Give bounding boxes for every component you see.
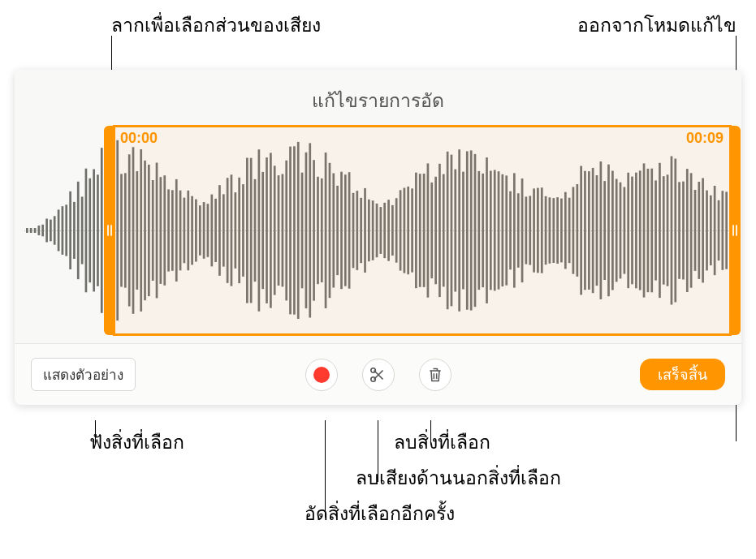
selection-region[interactable] <box>113 125 732 336</box>
svg-rect-12 <box>73 202 76 259</box>
svg-rect-1 <box>30 228 32 233</box>
svg-rect-3 <box>38 226 41 235</box>
svg-rect-19 <box>101 148 103 313</box>
center-tool-group <box>305 359 451 391</box>
svg-rect-18 <box>97 174 99 286</box>
svg-rect-11 <box>69 191 71 269</box>
svg-rect-7 <box>54 216 56 244</box>
waveform-container: 00:00 00:09 <box>24 125 732 336</box>
selection-time-start: 00:00 <box>120 130 158 147</box>
preview-button[interactable]: แสดงตัวอย่าง <box>31 358 136 391</box>
record-icon <box>313 367 330 383</box>
svg-rect-0 <box>26 228 28 233</box>
svg-rect-8 <box>58 209 60 251</box>
svg-rect-10 <box>65 204 67 256</box>
editor-toolbar: แสดงตัวอย่าง เสร็จสิ้น <box>15 343 741 405</box>
callout-delete-selection: ลบสิ่งที่เลือก <box>394 428 490 457</box>
svg-rect-15 <box>85 169 88 293</box>
selection-handle-right[interactable] <box>729 126 741 335</box>
done-button[interactable]: เสร็จสิ้น <box>640 359 725 390</box>
trim-button[interactable] <box>362 359 395 391</box>
svg-rect-4 <box>41 225 44 237</box>
svg-rect-9 <box>62 206 64 255</box>
svg-rect-16 <box>89 178 91 282</box>
selection-time-end: 00:09 <box>686 130 724 147</box>
waveform-area[interactable] <box>24 125 732 336</box>
trash-icon <box>427 366 443 384</box>
editor-title: แก้ไขรายการอัด <box>15 70 741 125</box>
svg-rect-5 <box>45 219 48 243</box>
callout-delete-outside: ลบเสียงด้านนอกสิ่งที่เลือก <box>356 463 561 492</box>
svg-rect-6 <box>50 220 52 242</box>
callout-rerecord: อัดสิ่งที่เลือกอีกครั้ง <box>305 499 455 528</box>
scissors-icon <box>369 366 387 384</box>
svg-rect-14 <box>81 197 84 264</box>
record-button[interactable] <box>305 359 338 391</box>
callout-drag-select: ลากเพื่อเลือกส่วนของเสียง <box>111 11 321 40</box>
svg-rect-17 <box>93 170 95 292</box>
callout-exit-edit: ออกจากโหมดแก้ไข <box>577 11 737 40</box>
audio-editor-window: แก้ไขรายการอัด 00:00 00:09 แสดงตัวอย่าง <box>15 70 741 405</box>
svg-rect-2 <box>34 228 37 233</box>
svg-rect-13 <box>77 182 80 279</box>
callout-listen-selection: ฟังสิ่งที่เลือก <box>89 428 184 457</box>
selection-handle-left[interactable] <box>104 126 115 335</box>
delete-button[interactable] <box>419 359 451 391</box>
